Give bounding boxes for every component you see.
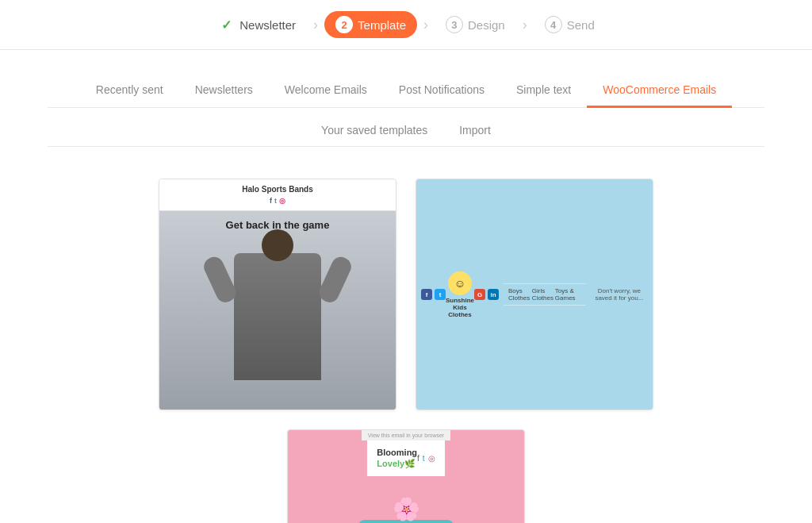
template-preview-flowers: View this email in your browser Blooming…	[288, 430, 524, 523]
kids-footer-text: Don't worry, we saved it for you...	[595, 287, 643, 302]
flowers-hero: 🌸 Just for you.	[350, 476, 462, 523]
tab-welcome-emails[interactable]: Welcome Emails	[269, 74, 383, 108]
fitness-brand-header: Halo Sports Bands f t ◎	[159, 179, 396, 211]
secondary-tab-nav: Your saved templates Import	[48, 116, 764, 147]
tab-simple-text[interactable]: Simple text	[500, 74, 587, 108]
fitness-hero: Get back in the game	[159, 211, 396, 410]
flowers-toaster: 🌸	[358, 520, 454, 523]
wizard-bar: ✓ Newsletter › 2 Template › 3 Design › 4…	[0, 0, 812, 50]
kids-footer: Don't worry, we saved it for you...	[586, 283, 653, 306]
wizard-step-template[interactable]: 2 Template	[324, 11, 417, 38]
flowers-brand: BloomingLovely🌿	[377, 447, 417, 470]
tab-import[interactable]: Import	[443, 116, 507, 147]
fitness-tw-icon: t	[274, 197, 277, 205]
kids-brand: ☺ Sunshine Kids Clothes	[446, 271, 474, 318]
step-label-design: Design	[468, 18, 505, 32]
figure-arm-right	[316, 254, 354, 306]
template-card-fitness: Halo Sports Bands f t ◎ Get back in the …	[159, 179, 396, 410]
kids-nav-toys: Toys & Games	[555, 287, 581, 302]
fitness-brand-name: Halo Sports Bands	[242, 185, 312, 194]
primary-tab-nav: Recently sent Newsletters Welcome Emails…	[48, 74, 764, 108]
flowers-social: f t ◎	[417, 454, 435, 463]
tab-woocommerce-emails[interactable]: WooCommerce Emails	[587, 74, 732, 108]
template-card-kids: f t ☺ Sunshine Kids Clothes G in Boys Cl…	[416, 179, 653, 410]
template-preview-fitness: Halo Sports Bands f t ◎ Get back in the …	[159, 179, 396, 410]
step-label-template: Template	[358, 18, 406, 32]
kids-social: f t	[421, 289, 446, 300]
step-num-design: 3	[446, 16, 463, 33]
wizard-sep-1: ›	[313, 17, 318, 33]
fitness-person	[198, 237, 357, 380]
figure-torso	[234, 253, 321, 380]
flowers-flower-icon: 🌸	[393, 496, 420, 522]
kids-nav-girls: Girls Clothes	[532, 287, 555, 302]
wizard-sep-3: ›	[523, 17, 527, 33]
wizard-step-newsletter[interactable]: ✓ Newsletter	[206, 11, 307, 38]
kids-tw-icon: t	[435, 289, 446, 300]
step-num-newsletter: ✓	[217, 16, 235, 33]
step-num-send: 4	[545, 16, 562, 33]
step-label-newsletter: Newsletter	[239, 18, 296, 32]
step-num-template: 2	[335, 16, 353, 33]
kids-nav-boys: Boys Clothes	[508, 287, 532, 302]
template-grid: Halo Sports Bands f t ◎ Get back in the …	[48, 171, 764, 523]
tab-newsletters[interactable]: Newsletters	[179, 74, 269, 108]
step-label-send: Send	[567, 18, 595, 32]
flowers-topbar: View this email in your browser	[362, 430, 450, 440]
kids-social-right: G in	[474, 289, 499, 300]
kids-fb-icon: f	[421, 289, 432, 300]
wizard-step-send[interactable]: 4 Send	[534, 11, 606, 38]
flowers-ig-icon: ◎	[428, 454, 435, 463]
fitness-fb-icon: f	[270, 197, 272, 205]
wizard-step-design[interactable]: 3 Design	[435, 11, 516, 38]
fitness-social-icons: f t ◎	[270, 197, 285, 205]
flowers-fb-icon: f	[417, 454, 419, 463]
flowers-header: BloomingLovely🌿 f t ◎	[367, 440, 444, 476]
flowers-brand-name: BloomingLovely🌿	[377, 447, 417, 470]
tab-post-notifications[interactable]: Post Notifications	[383, 74, 500, 108]
wizard-sep-2: ›	[423, 17, 428, 33]
kids-header: f t ☺ Sunshine Kids Clothes G in	[416, 267, 504, 323]
template-card-flowers: View this email in your browser Blooming…	[287, 429, 525, 523]
figure-head	[262, 229, 293, 261]
kids-li-icon: in	[488, 289, 499, 300]
template-preview-kids: f t ☺ Sunshine Kids Clothes G in Boys Cl…	[416, 179, 653, 410]
tab-recently-sent[interactable]: Recently sent	[80, 74, 179, 108]
flowers-tw-icon: t	[423, 454, 425, 463]
kids-brand-name: Sunshine Kids Clothes	[446, 297, 474, 318]
fitness-ig-icon: ◎	[279, 197, 285, 205]
tab-saved-templates[interactable]: Your saved templates	[305, 116, 443, 147]
main-content: Recently sent Newsletters Welcome Emails…	[0, 50, 812, 523]
template-footer-kids: Abandoned Cart – Kids Select	[416, 410, 653, 410]
template-footer-fitness: Abandoned Cart – Fitness Select	[159, 410, 396, 410]
kids-g-icon: G	[474, 289, 485, 300]
kids-logo: ☺	[448, 271, 472, 295]
flowers-view-text: View this email in your browser	[368, 433, 444, 438]
kids-nav: Boys Clothes Girls Clothes Toys & Games	[504, 283, 586, 306]
